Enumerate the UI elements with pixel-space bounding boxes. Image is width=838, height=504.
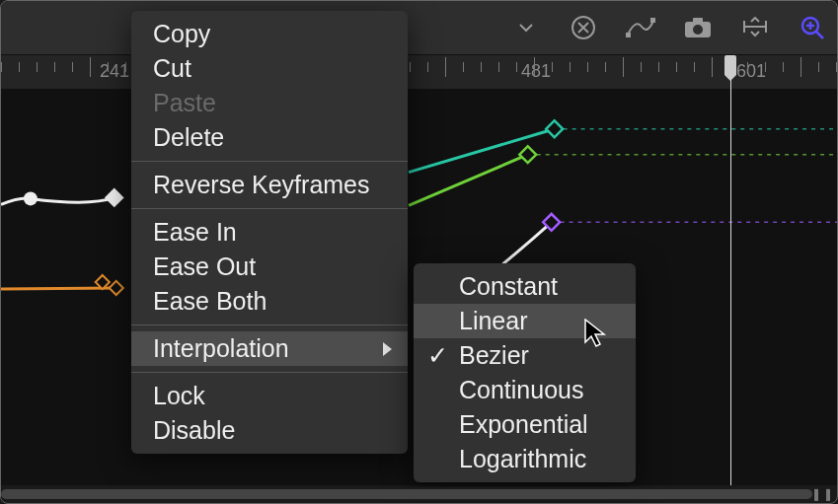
ruler-tick bbox=[694, 62, 695, 72]
ruler-tick bbox=[19, 62, 20, 72]
menu-paste: Paste bbox=[131, 86, 408, 120]
menu-separator bbox=[131, 161, 408, 162]
menu-reverse-keyframes[interactable]: Reverse Keyframes bbox=[131, 168, 408, 202]
ruler-tick bbox=[481, 62, 482, 72]
playhead[interactable] bbox=[730, 55, 731, 485]
ruler-tick bbox=[570, 62, 571, 72]
menu-ease-in[interactable]: Ease In bbox=[131, 215, 408, 250]
camera-icon[interactable] bbox=[681, 11, 715, 44]
ruler-tick bbox=[37, 62, 38, 72]
ruler-tick bbox=[516, 62, 517, 72]
svg-rect-13 bbox=[105, 188, 124, 208]
menu-ease-out[interactable]: Ease Out bbox=[131, 250, 408, 284]
ruler-tick bbox=[125, 62, 126, 72]
ruler-tick bbox=[108, 62, 109, 72]
ruler-tick bbox=[54, 62, 55, 72]
horizontal-scrollbar[interactable] bbox=[1, 487, 812, 501]
ruler-tick bbox=[783, 62, 784, 72]
ruler-tick bbox=[72, 62, 73, 72]
ruler-tick bbox=[641, 62, 642, 72]
zoom-in-icon[interactable] bbox=[796, 11, 829, 44]
ruler-tick bbox=[498, 62, 499, 72]
interpolation-submenu: Constant Linear ✓ Bezier Continuous Expo… bbox=[414, 263, 636, 482]
menu-disable[interactable]: Disable bbox=[131, 413, 408, 448]
menu-copy[interactable]: Copy bbox=[131, 17, 408, 51]
menu-separator bbox=[131, 208, 408, 209]
ruler-tick bbox=[552, 62, 553, 72]
menu-interpolation[interactable]: Interpolation bbox=[131, 331, 408, 366]
ruler-tick bbox=[623, 57, 624, 77]
ruler-tick bbox=[534, 57, 535, 77]
ruler-tick bbox=[747, 62, 748, 72]
submenu-bezier-label: Bezier bbox=[459, 341, 529, 369]
submenu-bezier[interactable]: ✓ Bezier bbox=[414, 338, 636, 373]
chevron-right-icon bbox=[383, 342, 392, 356]
checkmark-icon: ✓ bbox=[427, 341, 448, 370]
svg-rect-15 bbox=[519, 146, 536, 163]
ruler-tick bbox=[836, 62, 837, 72]
ruler-tick bbox=[800, 57, 801, 77]
ruler-tick bbox=[658, 62, 659, 72]
ruler-tick bbox=[90, 57, 91, 77]
ruler-tick bbox=[712, 57, 713, 77]
svg-rect-2 bbox=[650, 18, 655, 23]
ruler-tick bbox=[427, 62, 428, 72]
menu-cut[interactable]: Cut bbox=[131, 51, 408, 86]
top-toolbar bbox=[1, 1, 837, 55]
ruler-tick bbox=[818, 62, 819, 72]
snap-icon[interactable] bbox=[738, 11, 772, 44]
svg-point-5 bbox=[693, 25, 703, 35]
ruler-tick bbox=[765, 62, 766, 72]
ruler-tick bbox=[676, 62, 677, 72]
submenu-continuous[interactable]: Continuous bbox=[414, 373, 636, 407]
timeline-ruler[interactable]: 241 481 601 bbox=[1, 55, 837, 89]
clear-circle-icon[interactable] bbox=[567, 11, 600, 44]
menu-lock[interactable]: Lock bbox=[131, 379, 408, 413]
menu-separator bbox=[131, 324, 408, 325]
ruler-tick bbox=[1, 62, 2, 72]
submenu-exponential[interactable]: Exponential bbox=[414, 407, 636, 442]
submenu-linear[interactable]: Linear bbox=[414, 304, 636, 338]
svg-rect-1 bbox=[626, 33, 631, 37]
svg-rect-10 bbox=[110, 281, 123, 295]
ruler-tick bbox=[587, 62, 588, 72]
ruler-tick bbox=[410, 62, 411, 72]
menu-separator bbox=[131, 372, 408, 373]
submenu-logarithmic[interactable]: Logarithmic bbox=[414, 442, 636, 476]
chevron-down-icon[interactable] bbox=[509, 11, 543, 44]
scrollbar-thumb[interactable] bbox=[1, 489, 812, 499]
svg-rect-14 bbox=[546, 120, 563, 137]
ruler-tick bbox=[463, 62, 464, 72]
svg-point-12 bbox=[24, 191, 38, 205]
ruler-tick bbox=[445, 57, 446, 77]
svg-rect-4 bbox=[693, 18, 703, 24]
menu-interpolation-label: Interpolation bbox=[153, 334, 289, 362]
ruler-tick bbox=[605, 62, 606, 72]
curve-tool-icon[interactable] bbox=[624, 11, 657, 44]
menu-ease-both[interactable]: Ease Both bbox=[131, 284, 408, 319]
keyframe-context-menu: Copy Cut Paste Delete Reverse Keyframes … bbox=[131, 11, 408, 454]
menu-delete[interactable]: Delete bbox=[131, 120, 408, 155]
vertical-scroll-indicator[interactable]: ❚❚ bbox=[811, 487, 835, 501]
ruler-label: 601 bbox=[736, 61, 766, 82]
submenu-constant[interactable]: Constant bbox=[414, 269, 636, 304]
ruler-label: 481 bbox=[521, 61, 551, 82]
playhead-head-icon[interactable] bbox=[724, 55, 736, 75]
